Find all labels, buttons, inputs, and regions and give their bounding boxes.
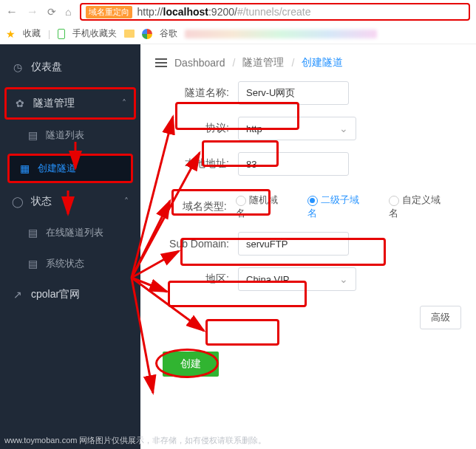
label-region: 地区:: [163, 273, 229, 286]
footer-watermark: www.toymoban.com 网络图片仅供展示，非存储，如有侵权请联系删除。: [4, 435, 266, 446]
star-icon[interactable]: ★: [6, 28, 16, 40]
select-region[interactable]: China VIP: [238, 267, 356, 291]
chevron-up-icon: ˄: [124, 196, 129, 207]
row-local-addr: 本地地址: 83: [163, 152, 461, 176]
phone-icon[interactable]: [58, 29, 65, 39]
google-icon[interactable]: [142, 29, 152, 39]
sidebar-item-online-list[interactable]: ▤ 在线隧道列表: [0, 217, 140, 248]
address-bar[interactable]: 域名重定向 http://localhost:9200/#/tunnels/cr…: [80, 3, 470, 21]
list-icon: ▤: [27, 227, 38, 239]
sidebar-item-tunnel-mgmt[interactable]: ✿ 隧道管理 ˄: [4, 87, 136, 120]
mobile-fav-label[interactable]: 手机收藏夹: [72, 27, 117, 40]
label-protocol: 协议:: [163, 122, 229, 135]
back-icon[interactable]: ←: [6, 5, 18, 18]
radio-custom-domain[interactable]: 自定义域名: [389, 193, 448, 220]
input-subdomain[interactable]: servuFTP: [238, 232, 349, 256]
app-root: ◷ 仪表盘 ✿ 隧道管理 ˄ ▤ 隧道列表 ▦ 创建隧道 ◯ 状态 ˄ ▤ 在线…: [0, 44, 476, 449]
sidebar: ◷ 仪表盘 ✿ 隧道管理 ˄ ▤ 隧道列表 ▦ 创建隧道 ◯ 状态 ˄ ▤ 在线…: [0, 44, 140, 449]
blurred-bookmarks: [185, 30, 377, 38]
status-icon: ◯: [12, 196, 24, 208]
reload-icon[interactable]: ⟳: [47, 6, 56, 18]
row-protocol: 协议: http: [163, 117, 461, 140]
create-button[interactable]: 创建: [163, 352, 219, 377]
row-subdomain: Sub Domain: servuFTP: [163, 232, 461, 256]
folder-icon[interactable]: [124, 30, 135, 38]
google-label[interactable]: 谷歌: [160, 27, 177, 40]
url-text: http://localhost:9200/#/tunnels/create: [137, 6, 310, 18]
hamburger-icon[interactable]: [155, 58, 167, 67]
crumb-create-tunnel: 创建隧道: [302, 56, 343, 69]
favorites-label[interactable]: 收藏: [23, 27, 41, 40]
bookmark-bar: ★ 收藏 | 手机收藏夹 谷歌: [0, 24, 476, 44]
sidebar-item-cpolar-site[interactable]: ↗ cpolar官网: [0, 279, 140, 310]
advanced-button[interactable]: 高级: [420, 306, 461, 329]
label-subdomain: Sub Domain:: [163, 238, 229, 250]
main-content: Dashboard / 隧道管理 / 创建隧道 隧道名称: Serv-U网页 协…: [140, 44, 476, 449]
gauge-icon: ◷: [12, 61, 24, 73]
label-tunnel-name: 隧道名称:: [163, 86, 229, 100]
input-local-addr[interactable]: 83: [238, 152, 349, 176]
sidebar-item-system-status[interactable]: ▤ 系统状态: [0, 248, 140, 279]
row-domain-type: 域名类型: 随机域名 二级子域名 自定义域名: [163, 193, 461, 220]
select-protocol[interactable]: http: [238, 117, 356, 140]
radio-random-domain[interactable]: 随机域名: [236, 193, 285, 220]
sidebar-item-create-tunnel[interactable]: ▦ 创建隧道: [7, 154, 133, 183]
breadcrumb: Dashboard / 隧道管理 / 创建隧道: [140, 44, 476, 81]
sidebar-item-dashboard[interactable]: ◷ 仪表盘: [0, 52, 140, 83]
sidebar-item-status[interactable]: ◯ 状态 ˄: [0, 186, 140, 217]
home-icon[interactable]: ⌂: [65, 6, 71, 18]
radio-subdomain[interactable]: 二级子域名: [307, 193, 367, 220]
create-tunnel-form: 隧道名称: Serv-U网页 协议: http 本地地址: 83 域名类型: 随…: [140, 81, 476, 391]
label-local-addr: 本地地址:: [163, 157, 229, 171]
grid-icon: ▦: [18, 162, 30, 174]
browser-toolbar: ← → ⟳ ⌂ 域名重定向 http://localhost:9200/#/tu…: [0, 0, 476, 24]
external-link-icon: ↗: [12, 289, 24, 301]
sidebar-item-tunnel-list[interactable]: ▤ 隧道列表: [0, 120, 140, 151]
list-icon: ▤: [27, 258, 38, 270]
redirect-tag: 域名重定向: [86, 6, 132, 18]
input-tunnel-name[interactable]: Serv-U网页: [238, 81, 349, 105]
chevron-up-icon: ˄: [122, 98, 126, 109]
forward-icon[interactable]: →: [27, 5, 38, 18]
list-icon: ▤: [27, 129, 38, 141]
crumb-tunnel-mgmt[interactable]: 隧道管理: [242, 56, 284, 69]
row-region: 地区: China VIP: [163, 267, 461, 291]
row-tunnel-name: 隧道名称: Serv-U网页: [163, 81, 461, 105]
label-domain-type: 域名类型:: [163, 200, 227, 213]
gear-icon: ✿: [14, 97, 26, 109]
crumb-dashboard[interactable]: Dashboard: [174, 57, 225, 69]
